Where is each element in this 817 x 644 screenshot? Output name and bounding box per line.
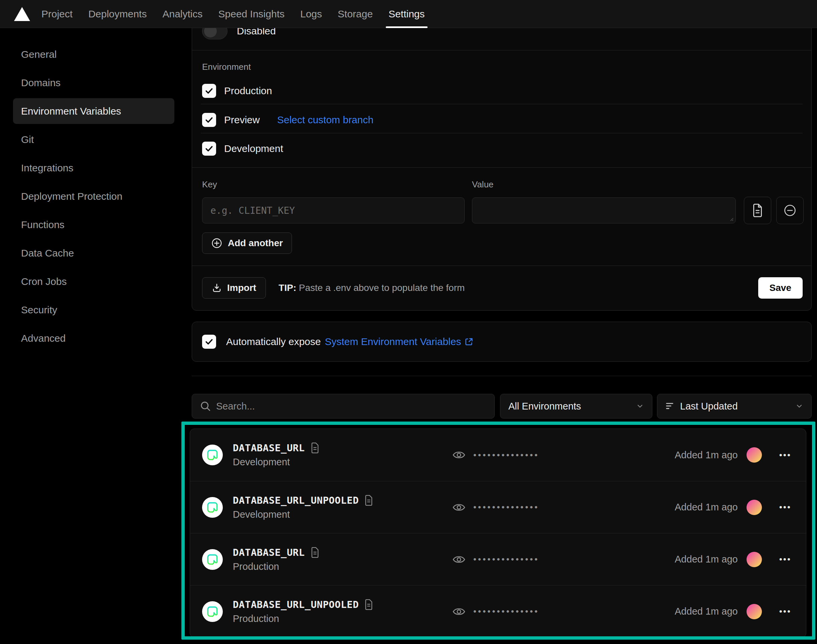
row-menu-button[interactable]: ••• — [779, 502, 791, 512]
environment-option-development[interactable]: Development — [202, 140, 283, 157]
sort-lines-icon — [665, 402, 675, 410]
production-checkbox[interactable] — [202, 84, 216, 98]
note-icon[interactable] — [310, 547, 320, 558]
eye-icon[interactable] — [452, 502, 466, 513]
preview-checkbox-label: Preview — [224, 114, 260, 126]
note-icon[interactable] — [364, 495, 373, 506]
neon-logo-icon — [206, 605, 219, 618]
eye-icon[interactable] — [452, 554, 466, 565]
preview-checkbox[interactable] — [202, 113, 216, 127]
sort-filter-value: Last Updated — [680, 401, 738, 412]
env-var-row: DATABASE_URL_UNPOOLED Production •••••••… — [190, 585, 806, 637]
row-menu-button[interactable]: ••• — [779, 450, 791, 460]
check-icon — [205, 116, 213, 124]
neon-integration-avatar — [202, 497, 223, 518]
neon-logo-icon — [206, 501, 219, 514]
neon-integration-avatar — [202, 445, 223, 465]
note-icon[interactable] — [310, 443, 320, 453]
sidebar-item-data-cache[interactable]: Data Cache — [13, 240, 174, 266]
sidebar-item-domains[interactable]: Domains — [13, 70, 174, 95]
system-env-panel: Automatically expose System Environment … — [192, 322, 812, 362]
env-var-environment: Development — [233, 509, 373, 520]
sidebar-item-cron-jobs[interactable]: Cron Jobs — [13, 268, 174, 294]
added-timestamp: Added 1m ago — [675, 502, 738, 513]
development-checkbox-label: Development — [224, 143, 283, 154]
add-another-label: Add another — [228, 238, 283, 248]
sidebar-item-git[interactable]: Git — [13, 127, 174, 152]
environment-section-label: Environment — [202, 62, 251, 72]
note-icon[interactable] — [364, 599, 373, 610]
env-var-info: DATABASE_URL Production — [233, 547, 320, 572]
nav-item-speed-insights[interactable]: Speed Insights — [218, 0, 285, 28]
check-icon — [205, 337, 213, 346]
resize-handle-icon[interactable] — [728, 216, 734, 221]
download-icon — [212, 283, 222, 293]
sidebar-item-security[interactable]: Security — [13, 297, 174, 323]
sidebar-item-advanced[interactable]: Advanced — [13, 325, 174, 351]
value-input[interactable] — [472, 198, 736, 224]
user-avatar — [746, 500, 762, 515]
auto-expose-label: Automatically expose — [226, 336, 320, 347]
auto-expose-checkbox[interactable] — [202, 335, 216, 349]
env-var-row: DATABASE_URL_UNPOOLED Development ••••••… — [190, 481, 806, 533]
nav-item-logs[interactable]: Logs — [300, 0, 322, 28]
divider — [192, 50, 811, 51]
development-checkbox[interactable] — [202, 142, 216, 156]
env-var-secret: •••••••••••••• — [452, 554, 539, 565]
paste-env-button[interactable] — [744, 197, 771, 224]
select-custom-branch-link[interactable]: Select custom branch — [277, 114, 373, 126]
divider — [192, 167, 811, 168]
sidebar-item-general[interactable]: General — [13, 41, 174, 67]
search-input[interactable] — [192, 394, 495, 419]
sidebar-item-functions[interactable]: Functions — [13, 212, 174, 238]
sidebar-item-deployment-protection[interactable]: Deployment Protection — [13, 183, 174, 209]
key-input[interactable] — [202, 198, 464, 224]
nav-item-deployments[interactable]: Deployments — [88, 0, 147, 28]
neon-logo-icon — [206, 449, 219, 461]
sidebar-item-integrations[interactable]: Integrations — [13, 155, 174, 181]
plus-circle-icon — [211, 238, 222, 249]
form-footer: Import TIP: Paste a .env above to popula… — [192, 265, 811, 310]
external-link-icon — [464, 337, 474, 347]
neon-logo-icon — [206, 553, 219, 566]
nav-item-settings[interactable]: Settings — [388, 0, 425, 28]
eye-icon[interactable] — [452, 606, 466, 617]
check-icon — [205, 86, 213, 95]
nav-item-storage[interactable]: Storage — [338, 0, 373, 28]
neon-integration-avatar — [202, 549, 223, 570]
add-another-button[interactable]: Add another — [202, 233, 292, 254]
env-var-secret: •••••••••••••• — [452, 606, 539, 617]
eye-icon[interactable] — [452, 449, 466, 461]
system-env-variables-link[interactable]: System Environment Variables — [325, 336, 474, 347]
masked-value: •••••••••••••• — [473, 606, 539, 616]
chevron-down-icon — [636, 402, 644, 410]
env-var-row: DATABASE_URL Production •••••••••••••• A… — [190, 533, 806, 585]
vercel-logo-icon[interactable] — [14, 7, 30, 21]
row-menu-button[interactable]: ••• — [779, 554, 791, 564]
env-var-environment: Production — [233, 613, 373, 624]
environment-option-preview[interactable]: Preview Select custom branch — [202, 112, 373, 128]
search-icon — [200, 400, 211, 412]
added-timestamp: Added 1m ago — [675, 554, 738, 565]
masked-value: •••••••••••••• — [473, 554, 539, 564]
row-menu-button[interactable]: ••• — [779, 606, 791, 616]
environment-option-production[interactable]: Production — [202, 83, 272, 99]
added-timestamp: Added 1m ago — [675, 606, 738, 617]
minus-circle-icon — [783, 204, 796, 217]
added-timestamp: Added 1m ago — [675, 449, 738, 461]
environment-filter-select[interactable]: All Environments — [500, 394, 652, 419]
import-button[interactable]: Import — [202, 277, 266, 299]
sort-filter-select[interactable]: Last Updated — [657, 394, 812, 419]
check-icon — [205, 144, 213, 153]
env-var-info: DATABASE_URL Development — [233, 442, 320, 468]
nav-item-analytics[interactable]: Analytics — [162, 0, 202, 28]
sidebar-item-environment-variables[interactable]: Environment Variables — [13, 98, 174, 124]
search-box — [192, 394, 495, 419]
save-button[interactable]: Save — [758, 277, 803, 299]
env-var-meta: Added 1m ago ••• — [675, 447, 806, 463]
env-var-name: DATABASE_URL_UNPOOLED — [233, 495, 359, 506]
tip-bold: TIP: — [279, 282, 296, 293]
remove-row-button[interactable] — [776, 197, 804, 224]
nav-item-project[interactable]: Project — [41, 0, 72, 28]
system-env-link-label: System Environment Variables — [325, 336, 461, 347]
